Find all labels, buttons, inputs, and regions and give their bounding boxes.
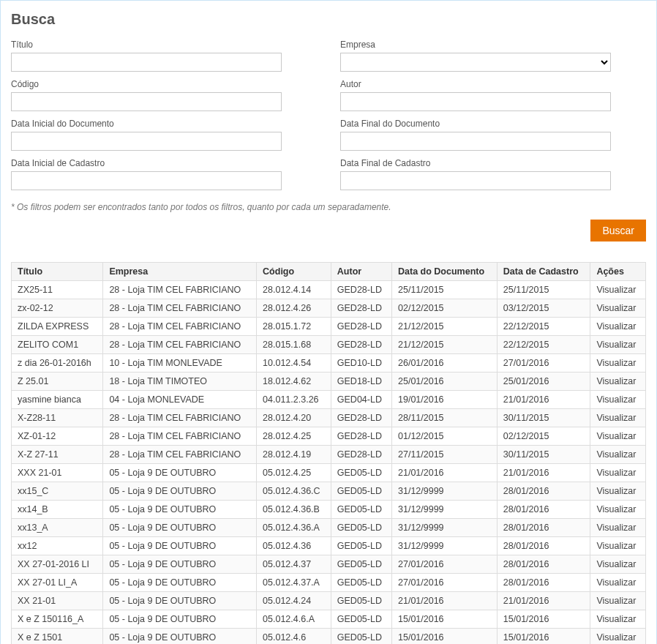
table-row: ZELITO COM128 - Loja TIM CEL FABRICIANO2… [12, 336, 646, 354]
cell-data-cadastro: 27/01/2016 [497, 354, 590, 372]
cell-data-cadastro: 22/12/2015 [497, 336, 590, 354]
input-data-final-documento[interactable] [340, 132, 611, 151]
cell-titulo: XZ-01-12 [12, 427, 103, 446]
cell-autor: GED05-LD [331, 519, 391, 537]
input-data-inicial-cadastro[interactable] [11, 171, 282, 190]
view-link[interactable]: Visualizar [596, 340, 636, 350]
view-link[interactable]: Visualizar [596, 303, 636, 313]
view-link[interactable]: Visualizar [596, 394, 636, 405]
col-codigo: Código [257, 263, 331, 281]
view-link[interactable]: Visualizar [596, 577, 636, 588]
select-empresa[interactable] [340, 53, 611, 72]
cell-data-cadastro: 03/12/2015 [497, 299, 590, 318]
cell-data-documento: 31/12/9999 [392, 482, 498, 501]
label-autor: Autor [340, 79, 646, 89]
col-autor: Autor [331, 263, 391, 281]
view-link[interactable]: Visualizar [596, 431, 636, 441]
cell-data-cadastro: 21/01/2016 [497, 464, 590, 482]
table-row: X e Z 150105 - Loja 9 DE OUTUBRO05.012.4… [12, 629, 646, 645]
cell-data-cadastro: 28/01/2016 [497, 555, 590, 574]
view-link[interactable]: Visualizar [596, 596, 636, 606]
view-link[interactable]: Visualizar [596, 468, 636, 478]
cell-empresa: 28 - Loja TIM CEL FABRICIANO [103, 427, 257, 446]
cell-codigo: 05.012.4.36.A [257, 519, 331, 537]
label-data-inicial-cadastro: Data Inicial de Cadastro [11, 158, 317, 168]
view-link[interactable]: Visualizar [596, 321, 636, 332]
cell-autor: GED28-LD [331, 409, 391, 427]
cell-autor: GED28-LD [331, 446, 391, 464]
table-row: Z 25.0118 - Loja TIM TIMOTEO18.012.4.62G… [12, 372, 646, 391]
cell-data-documento: 21/01/2016 [392, 592, 498, 610]
label-data-final-documento: Data Final do Documento [340, 119, 646, 129]
view-link[interactable]: Visualizar [596, 632, 636, 643]
cell-codigo: 28.012.4.14 [257, 281, 331, 299]
cell-data-cadastro: 21/01/2016 [497, 592, 590, 610]
view-link[interactable]: Visualizar [596, 449, 636, 460]
col-data-cadastro: Data de Cadastro [497, 263, 590, 281]
view-link[interactable]: Visualizar [596, 559, 636, 569]
cell-empresa: 05 - Loja 9 DE OUTUBRO [103, 555, 257, 574]
table-row: X e Z 150116_A05 - Loja 9 DE OUTUBRO05.0… [12, 610, 646, 629]
cell-titulo: XXX 21-01 [12, 464, 103, 482]
cell-autor: GED05-LD [331, 574, 391, 592]
cell-empresa: 18 - Loja TIM TIMOTEO [103, 372, 257, 391]
cell-titulo: xx12 [12, 537, 103, 555]
table-row: X-Z28-1128 - Loja TIM CEL FABRICIANO28.0… [12, 409, 646, 427]
cell-titulo: X e Z 150116_A [12, 610, 103, 629]
input-data-final-cadastro[interactable] [340, 171, 611, 190]
cell-data-cadastro: 25/01/2016 [497, 372, 590, 391]
cell-codigo: 05.012.4.24 [257, 592, 331, 610]
view-link[interactable]: Visualizar [596, 376, 636, 386]
cell-codigo: 04.011.2.3.26 [257, 391, 331, 409]
cell-data-cadastro: 21/01/2016 [497, 391, 590, 409]
cell-autor: GED28-LD [331, 318, 391, 336]
view-link[interactable]: Visualizar [596, 285, 636, 295]
input-codigo[interactable] [11, 92, 282, 111]
cell-titulo: X-Z 27-11 [12, 446, 103, 464]
cell-data-documento: 02/12/2015 [392, 299, 498, 318]
cell-data-cadastro: 28/01/2016 [497, 537, 590, 555]
label-empresa: Empresa [340, 40, 646, 50]
cell-data-documento: 21/01/2016 [392, 464, 498, 482]
cell-empresa: 05 - Loja 9 DE OUTUBRO [103, 464, 257, 482]
table-row: XX 27-01-2016 LI05 - Loja 9 DE OUTUBRO05… [12, 555, 646, 574]
view-link[interactable]: Visualizar [596, 504, 636, 514]
cell-titulo: z dia 26-01-2016h [12, 354, 103, 372]
input-data-inicial-documento[interactable] [11, 132, 282, 151]
cell-titulo: XX 27-01-2016 LI [12, 555, 103, 574]
view-link[interactable]: Visualizar [596, 358, 636, 368]
cell-empresa: 28 - Loja TIM CEL FABRICIANO [103, 318, 257, 336]
cell-titulo: zx-02-12 [12, 299, 103, 318]
view-link[interactable]: Visualizar [596, 486, 636, 496]
cell-data-cadastro: 15/01/2016 [497, 610, 590, 629]
table-row: ZX25-1128 - Loja TIM CEL FABRICIANO28.01… [12, 281, 646, 299]
view-link[interactable]: Visualizar [596, 413, 636, 423]
cell-codigo: 28.012.4.26 [257, 299, 331, 318]
table-row: X-Z 27-1128 - Loja TIM CEL FABRICIANO28.… [12, 446, 646, 464]
table-row: XX 27-01 LI_A05 - Loja 9 DE OUTUBRO05.01… [12, 574, 646, 592]
cell-titulo: XX 27-01 LI_A [12, 574, 103, 592]
table-row: xx1205 - Loja 9 DE OUTUBRO05.012.4.36GED… [12, 537, 646, 555]
table-row: xx14_B05 - Loja 9 DE OUTUBRO05.012.4.36.… [12, 501, 646, 519]
cell-autor: GED05-LD [331, 464, 391, 482]
cell-data-documento: 31/12/9999 [392, 519, 498, 537]
cell-empresa: 05 - Loja 9 DE OUTUBRO [103, 574, 257, 592]
view-link[interactable]: Visualizar [596, 614, 636, 624]
view-link[interactable]: Visualizar [596, 523, 636, 533]
cell-data-cadastro: 28/01/2016 [497, 574, 590, 592]
cell-empresa: 05 - Loja 9 DE OUTUBRO [103, 519, 257, 537]
cell-codigo: 05.012.4.36.B [257, 501, 331, 519]
input-titulo[interactable] [11, 53, 282, 72]
cell-autor: GED28-LD [331, 281, 391, 299]
cell-data-documento: 21/12/2015 [392, 318, 498, 336]
cell-empresa: 28 - Loja TIM CEL FABRICIANO [103, 409, 257, 427]
view-link[interactable]: Visualizar [596, 541, 636, 551]
cell-codigo: 10.012.4.54 [257, 354, 331, 372]
cell-data-documento: 31/12/9999 [392, 501, 498, 519]
cell-data-documento: 19/01/2016 [392, 391, 498, 409]
cell-data-documento: 21/12/2015 [392, 336, 498, 354]
search-button[interactable]: Buscar [590, 220, 646, 242]
cell-autor: GED04-LD [331, 391, 391, 409]
input-autor[interactable] [340, 92, 611, 111]
table-row: xx13_A05 - Loja 9 DE OUTUBRO05.012.4.36.… [12, 519, 646, 537]
